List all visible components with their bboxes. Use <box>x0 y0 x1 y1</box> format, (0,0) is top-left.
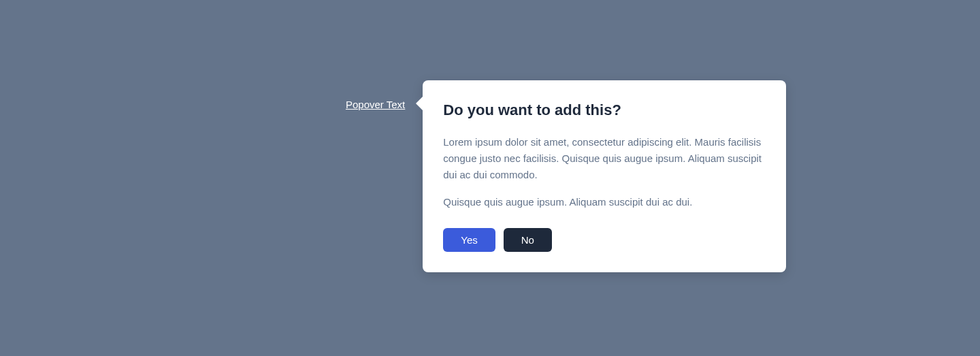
popover-title: Do you want to add this? <box>443 101 766 120</box>
popover-arrow-icon <box>416 97 423 110</box>
popover-button-row: Yes No <box>443 228 766 252</box>
popover-body-paragraph-2: Quisque quis augue ipsum. Aliquam suscip… <box>443 194 766 210</box>
no-button[interactable]: No <box>504 228 552 252</box>
popover-body-paragraph-1: Lorem ipsum dolor sit amet, consectetur … <box>443 134 766 183</box>
popover-container: Popover Text Do you want to add this? Lo… <box>346 94 786 272</box>
yes-button[interactable]: Yes <box>443 228 495 252</box>
popover-wrapper: Do you want to add this? Lorem ipsum dol… <box>423 80 786 272</box>
popover-trigger-link[interactable]: Popover Text <box>346 94 405 112</box>
popover-panel: Do you want to add this? Lorem ipsum dol… <box>423 80 786 272</box>
